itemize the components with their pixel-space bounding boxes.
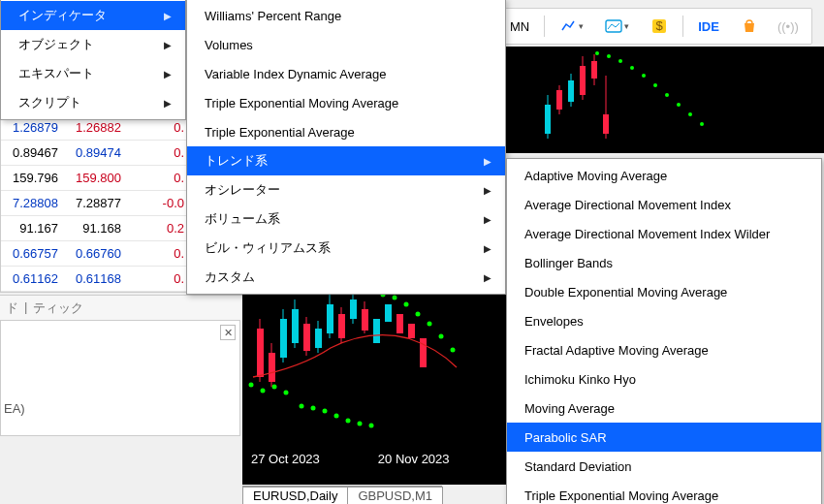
svg-point-22: [249, 383, 254, 388]
svg-point-21: [700, 122, 704, 126]
svg-point-18: [665, 93, 669, 97]
submenu-arrow-icon: ▶: [484, 185, 491, 196]
menu-item-label: エキスパート: [18, 65, 94, 82]
trend-item-6[interactable]: Fractal Adaptive Moving Average: [507, 335, 821, 364]
market-row[interactable]: 0.894670.894740.: [1, 141, 193, 166]
submenu-arrow-icon: ▶: [164, 69, 172, 79]
market-row[interactable]: 0.611620.611680.: [1, 267, 193, 292]
trend-item-11[interactable]: Triple Exponential Moving Average: [507, 481, 821, 504]
trade-dollar-button[interactable]: $: [642, 13, 677, 40]
market-row[interactable]: 91.16791.1680.2: [1, 216, 193, 241]
chart-tabstrip: EURUSD,Daily GBPUSD,M1: [242, 486, 442, 504]
svg-point-25: [284, 391, 289, 395]
market-watch-tabs: ド | ティック: [0, 295, 242, 321]
tab-tick[interactable]: ティック: [33, 299, 83, 317]
menu-item-label: Bollinger Bands: [524, 256, 613, 270]
trend-item-0[interactable]: Adaptive Moving Average: [507, 161, 821, 190]
menu-item-label: Average Directional Movement Index: [524, 198, 731, 212]
cell: 0.: [127, 246, 190, 261]
svg-point-59: [393, 296, 397, 300]
time-label-1: 27 Oct 2023: [251, 452, 320, 466]
navigator-panel: ✕: [0, 320, 240, 436]
chart-type-dropdown[interactable]: ▾: [551, 13, 592, 40]
trend-item-9[interactable]: Parabolic SAR: [507, 423, 821, 452]
top-toolbar: MN ▾ ▾ $ IDE ((•)): [494, 8, 812, 45]
svg-point-19: [677, 103, 681, 107]
menu-item-label: Double Exponential Moving Average: [524, 285, 727, 299]
indicators-item-0[interactable]: Williams' Percent Range: [187, 1, 505, 30]
menu-item-label: Fractal Adaptive Moving Average: [524, 343, 709, 358]
trend-item-3[interactable]: Bollinger Bands: [507, 248, 821, 277]
menu-item-label: スクリプト: [18, 94, 81, 111]
svg-rect-49: [408, 324, 415, 338]
ea-label-fragment: EA): [0, 397, 29, 420]
trend-item-7[interactable]: Ichimoku Kinko Hyo: [507, 364, 821, 394]
trend-item-8[interactable]: Moving Average: [507, 394, 821, 423]
svg-point-64: [451, 348, 456, 353]
chart-upper-right[interactable]: [506, 47, 824, 153]
menu-item-label: オシレーター: [205, 181, 280, 199]
svg-rect-48: [396, 314, 403, 333]
menu-item-label: ボリューム系: [205, 210, 280, 228]
indicators-item-3[interactable]: Triple Exponential Moving Average: [187, 88, 505, 117]
submenu-arrow-icon: ▶: [484, 214, 491, 225]
menu-item-label: Triple Exponential Moving Average: [205, 96, 398, 110]
market-row[interactable]: 0.667570.667600.: [1, 241, 193, 267]
indicators-item-4[interactable]: Triple Exponential Average: [187, 117, 505, 146]
svg-point-57: [369, 424, 374, 428]
cell: 0.2: [127, 221, 190, 236]
menu-item-label: Variable Index Dynamic Average: [205, 67, 386, 81]
insert-menu-item-1[interactable]: オブジェクト▶: [1, 30, 185, 59]
indicators-item-6[interactable]: オシレーター▶: [187, 175, 505, 205]
trend-item-1[interactable]: Average Directional Movement Index: [507, 190, 821, 219]
broadcast-icon: ((•)): [779, 17, 797, 35]
cell: 159.796: [1, 171, 64, 185]
candlestick-chart: [506, 47, 824, 153]
trend-item-5[interactable]: Envelopes: [507, 306, 821, 335]
trend-item-10[interactable]: Standard Deviation: [507, 452, 821, 481]
insert-menu-item-2[interactable]: エキスパート▶: [1, 59, 185, 88]
market-row[interactable]: 159.796159.8000.: [1, 166, 193, 191]
cell: 0.61162: [1, 271, 64, 286]
indicators-item-8[interactable]: ビル・ウィリアムス系▶: [187, 234, 505, 263]
tab-a[interactable]: ド: [6, 299, 18, 317]
timeframe-mn-button[interactable]: MN: [501, 15, 538, 39]
ide-button[interactable]: IDE: [689, 15, 728, 39]
separator: [544, 16, 545, 37]
chevron-down-icon: ▾: [624, 21, 629, 31]
indicators-item-7[interactable]: ボリューム系▶: [187, 205, 505, 234]
trend-item-2[interactable]: Average Directional Movement Index Wilde…: [507, 219, 821, 248]
menu-item-label: カスタム: [205, 268, 255, 286]
trend-item-4[interactable]: Double Exponential Moving Average: [507, 277, 821, 306]
chart-tab-gbpusd[interactable]: GBPUSD,M1: [347, 487, 443, 504]
svg-point-52: [311, 406, 316, 411]
svg-point-14: [618, 59, 622, 63]
svg-point-23: [261, 389, 266, 394]
indicators-submenu: Williams' Percent RangeVolumesVariable I…: [186, 0, 506, 295]
insert-menu-item-3[interactable]: スクリプト▶: [1, 88, 185, 117]
indicators-item-9[interactable]: カスタム▶: [187, 263, 505, 292]
time-label-2: 20 Nov 2023: [378, 452, 450, 466]
svg-point-16: [642, 74, 646, 78]
menu-item-label: オブジェクト: [18, 36, 94, 53]
label: MN: [510, 19, 529, 34]
signal-button[interactable]: ((•)): [771, 13, 806, 40]
chart-style-dropdown[interactable]: ▾: [596, 13, 638, 40]
cell: 0.: [127, 120, 190, 135]
svg-rect-46: [373, 319, 380, 343]
indicators-item-5[interactable]: トレンド系▶: [187, 146, 505, 175]
cell: 0.66757: [1, 246, 64, 261]
close-button[interactable]: ✕: [220, 325, 236, 340]
market-row[interactable]: 7.288087.28877-0.0: [1, 191, 193, 216]
market-button[interactable]: [732, 13, 767, 40]
cell: 0.61168: [64, 271, 127, 286]
svg-point-24: [272, 385, 277, 390]
indicators-item-1[interactable]: Volumes: [187, 30, 505, 59]
svg-point-62: [428, 322, 432, 327]
chart-tab-eurusd[interactable]: EURUSD,Daily: [242, 487, 348, 504]
svg-point-54: [334, 414, 339, 419]
indicators-item-2[interactable]: Variable Index Dynamic Average: [187, 59, 505, 88]
submenu-arrow-icon: ▶: [164, 98, 172, 109]
svg-text:$: $: [656, 18, 664, 33]
insert-menu-item-0[interactable]: インディケータ▶: [1, 1, 185, 30]
